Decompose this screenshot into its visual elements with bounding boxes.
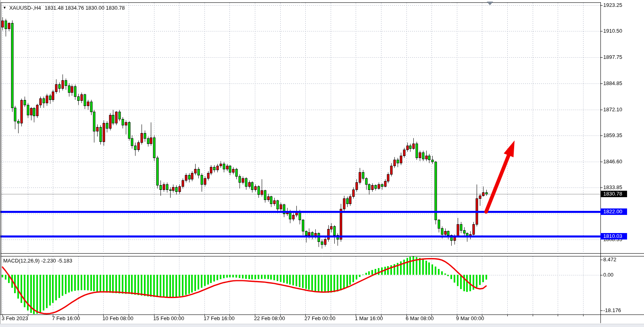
macd-scale-label: 8.472	[603, 256, 617, 263]
mt4-chart-window: ▼ XAUUSD-,H4 1831.48 1834.76 1830.00 183…	[0, 0, 644, 327]
macd-indicator-label: MACD(12,26,9) -2.230 -5.183	[3, 258, 72, 264]
price-tick-label: 1846.60	[603, 158, 622, 165]
price-tick-label: 1833.85	[603, 184, 622, 191]
macd-scale-label: -18.176	[603, 307, 621, 314]
time-tick-label: 27 Feb 00:00	[304, 315, 336, 322]
time-tick-label: 15 Feb 00:00	[153, 315, 184, 322]
chart-title: ▼ XAUUSD-,H4 1831.48 1834.76 1830.00 183…	[3, 5, 125, 11]
price-chart-canvas[interactable]	[0, 0, 644, 327]
symbol-dropdown-icon[interactable]: ▼	[3, 6, 6, 10]
resistance-level-price-tag: 1822.00	[600, 208, 627, 215]
time-tick-label: 6 Mar 08:00	[406, 315, 434, 322]
symbol-timeframe-label: XAUUSD-,H4	[9, 5, 41, 11]
price-tick-label: 1897.75	[603, 54, 622, 60]
time-tick-label: 9 Mar 00:00	[456, 315, 484, 322]
price-tick-label: 1910.50	[603, 28, 622, 34]
time-tick-label: 22 Feb 08:00	[254, 315, 285, 322]
macd-scale-label: 0.00	[603, 272, 613, 278]
time-tick-label: 17 Feb 16:00	[204, 315, 235, 322]
current-price-tag: 1830.78	[600, 191, 627, 197]
time-tick-label: 1 Mar 16:00	[355, 315, 383, 322]
ohlc-values-label: 1831.48 1834.76 1830.00 1830.78	[45, 5, 125, 11]
price-tick-label: 1872.10	[603, 106, 622, 113]
price-tick-label: 1923.25	[603, 2, 622, 8]
window-bottom-strip	[0, 324, 644, 327]
price-tick-label: 1884.85	[603, 80, 622, 87]
price-tick-label: 1859.35	[603, 132, 622, 139]
time-tick-label: 10 Feb 08:00	[102, 315, 133, 322]
time-tick-label: 3 Feb 2023	[2, 315, 28, 322]
time-tick-label: 7 Feb 16:00	[52, 315, 80, 322]
support-level-price-tag: 1810.03	[600, 233, 627, 240]
